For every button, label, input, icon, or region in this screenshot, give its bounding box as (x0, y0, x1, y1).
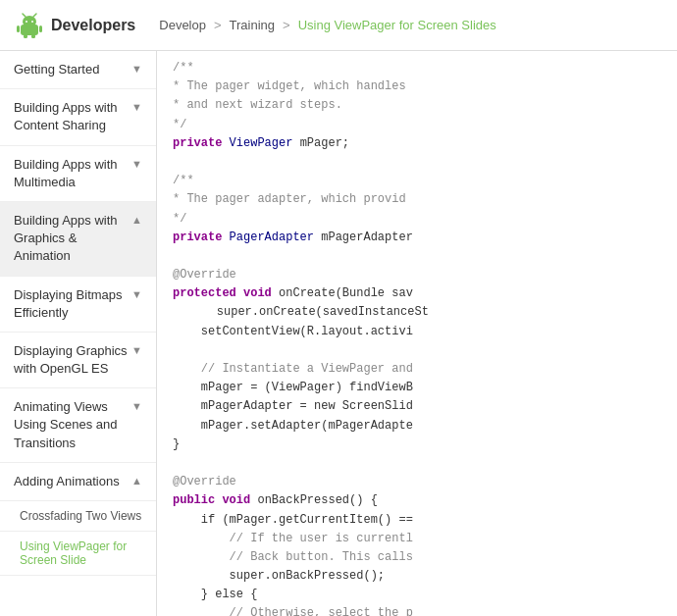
code-plain: mPagerAdapter = new ScreenSlid (173, 399, 413, 413)
code-line: private ViewPager mPager; (157, 134, 677, 153)
svg-point-2 (26, 21, 27, 23)
code-keyword: public (173, 493, 222, 507)
code-plain: } else { (173, 588, 257, 601)
breadcrumb-current: Using ViewPager for Screen Slides (298, 18, 496, 32)
code-line: super.onCreate(savedInstanceSt (157, 303, 677, 322)
code-plain: } (173, 437, 180, 451)
breadcrumb-sep-2: > (283, 18, 290, 32)
chevron-down-icon: ▼ (131, 344, 142, 356)
code-line-blank (157, 341, 677, 360)
sidebar-item-label: Building Apps with Graphics & Animation (14, 212, 128, 266)
svg-point-3 (31, 21, 33, 23)
sidebar-item-label: Building Apps with Multimedia (14, 156, 128, 191)
code-line: } else { (157, 586, 677, 604)
code-line: */ (157, 116, 677, 134)
code-plain: super.onBackPressed(); (173, 569, 385, 583)
code-comment: * and next wizard steps. (173, 98, 342, 112)
chevron-down-icon: ▼ (131, 158, 142, 170)
code-comment: /** (173, 174, 194, 187)
code-keyword: void (222, 493, 257, 507)
svg-point-1 (23, 16, 36, 27)
sidebar-item-opengl[interactable]: Displaying Graphics with OpenGL ES ▼ (0, 333, 156, 388)
sidebar-item-graphics-animation[interactable]: Building Apps with Graphics & Animation … (0, 202, 156, 277)
sidebar-item-getting-started[interactable]: Getting Started ▼ (0, 51, 156, 89)
code-line-blank (157, 153, 677, 172)
code-line: mPagerAdapter = new ScreenSlid (157, 397, 677, 416)
site-title: Developers (51, 17, 135, 34)
code-var: mPagerAdapter (321, 231, 413, 244)
code-plain: if (mPager.getCurrentItem() == (173, 513, 413, 527)
chevron-up-icon: ▲ (131, 214, 142, 226)
code-line: super.onBackPressed(); (157, 567, 677, 586)
code-line: // Back button. This calls (157, 548, 677, 567)
subitem-label: Crossfading Two Views (20, 509, 141, 523)
sidebar-item-multimedia[interactable]: Building Apps with Multimedia ▼ (0, 146, 156, 202)
code-plain: onBackPressed() { (257, 493, 377, 507)
code-line: * and next wizard steps. (157, 96, 677, 115)
svg-rect-9 (31, 34, 35, 38)
main-content: Getting Started ▼ Building Apps with Con… (0, 51, 677, 616)
sidebar-item-content-sharing[interactable]: Building Apps with Content Sharing ▼ (0, 89, 156, 145)
code-line: @Override (157, 473, 677, 491)
code-line: mPager.setAdapter(mPagerAdapte (157, 417, 677, 436)
code-line: setContentView(R.layout.activi (157, 323, 677, 341)
svg-rect-8 (24, 34, 27, 38)
svg-line-4 (23, 14, 26, 17)
svg-line-5 (33, 14, 36, 17)
sidebar-item-label: Getting Started (14, 61, 128, 78)
code-plain: mPager.setAdapter(mPagerAdapte (173, 419, 413, 433)
subitem-label: Using ViewPager for Screen Slide (20, 539, 127, 567)
sidebar-item-adding-animations[interactable]: Adding Animations ▲ (0, 463, 156, 501)
chevron-down-icon: ▼ (131, 288, 142, 300)
code-comment: // Instantiate a ViewPager and (173, 362, 413, 376)
chevron-down-icon: ▼ (131, 101, 142, 113)
code-type: ViewPager (230, 136, 300, 150)
code-line: */ (157, 210, 677, 229)
sidebar-subitem-viewpager[interactable]: Using ViewPager for Screen Slide (0, 532, 156, 576)
sidebar-item-animating-views[interactable]: Animating Views Using Scenes and Transit… (0, 388, 156, 463)
code-annotation: @Override (173, 268, 236, 282)
code-line: // Otherwise, select the p (157, 604, 677, 616)
svg-rect-7 (39, 26, 42, 32)
code-line: * The pager widget, which handles (157, 77, 677, 96)
code-line: @Override (157, 266, 677, 284)
logo[interactable]: Developers (16, 12, 135, 39)
code-panel[interactable]: /** * The pager widget, which handles * … (157, 51, 677, 616)
code-comment: // Otherwise, select the p (173, 606, 413, 616)
code-line: // Instantiate a ViewPager and (157, 360, 677, 379)
sidebar-item-bitmaps[interactable]: Displaying Bitmaps Efficiently ▼ (0, 277, 156, 333)
code-keyword: private (173, 231, 230, 244)
code-line: /** (157, 59, 677, 77)
code-comment: */ (173, 212, 186, 226)
svg-rect-6 (17, 26, 20, 32)
code-line: public void onBackPressed() { (157, 491, 677, 510)
code-line: } (157, 436, 677, 454)
breadcrumb: Develop > Training > Using ViewPager for… (159, 18, 495, 32)
code-comment: /** (173, 61, 194, 75)
chevron-down-icon: ▼ (131, 400, 142, 412)
code-keyword: void (243, 286, 279, 300)
breadcrumb-training[interactable]: Training (230, 18, 275, 32)
sidebar-item-label: Building Apps with Content Sharing (14, 99, 128, 134)
code-var: mPager; (300, 136, 349, 150)
code-comment: */ (173, 118, 186, 131)
sidebar: Getting Started ▼ Building Apps with Con… (0, 51, 157, 616)
code-keyword: protected (173, 286, 243, 300)
sidebar-item-label: Animating Views Using Scenes and Transit… (14, 398, 128, 452)
code-line: // If the user is currentl (157, 530, 677, 548)
breadcrumb-develop[interactable]: Develop (159, 18, 206, 32)
chevron-up-icon: ▲ (131, 475, 142, 487)
code-keyword: private (173, 136, 230, 150)
code-line: * The pager adapter, which provid (157, 190, 677, 209)
breadcrumb-sep-1: > (214, 18, 222, 32)
code-plain: onCreate(Bundle sav (279, 286, 413, 300)
sidebar-item-label: Displaying Bitmaps Efficiently (14, 286, 128, 322)
code-plain: super.onCreate(savedInstanceSt (173, 305, 429, 319)
code-line: protected void onCreate(Bundle sav (157, 284, 677, 303)
code-comment: * The pager widget, which handles (173, 79, 406, 93)
code-plain: mPager = (ViewPager) findViewB (173, 381, 413, 394)
code-comment: // Back button. This calls (173, 550, 413, 564)
sidebar-subitem-crossfading[interactable]: Crossfading Two Views (0, 501, 156, 532)
code-annotation: @Override (173, 475, 236, 488)
chevron-down-icon: ▼ (131, 63, 142, 75)
